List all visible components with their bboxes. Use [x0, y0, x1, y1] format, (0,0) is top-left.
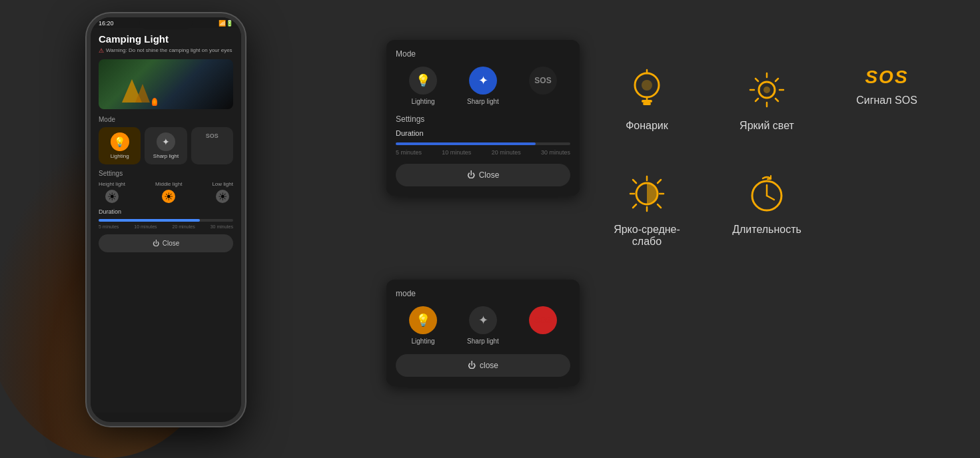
- panel-bottom-sharplight[interactable]: ✦ Sharp light: [456, 306, 510, 345]
- phone-notch: [139, 17, 193, 29]
- sos-label: Сигнал SOS: [856, 95, 917, 107]
- panel-top-sos-circle: SOS: [529, 67, 557, 95]
- panel-bottom-mode-title: mode: [396, 289, 570, 298]
- panel-bottom-mode-row: 💡 Lighting ✦ Sharp light SOS: [396, 306, 570, 345]
- phone-middle-label: Middle light: [155, 181, 182, 187]
- panel-bottom-sos[interactable]: SOS: [516, 306, 570, 345]
- tick-30: 30 minutes: [211, 224, 233, 229]
- svg-point-5: [642, 80, 652, 91]
- phone-duration-fill: [99, 219, 200, 222]
- svg-line-12: [755, 79, 758, 81]
- panel-top-tick-10: 10 minutes: [442, 149, 471, 156]
- feature-brightness-levels: Ярко-средне-слабо: [607, 170, 687, 248]
- phone-low-label: Low light: [212, 181, 233, 187]
- phone-lighting-icon: 💡: [111, 132, 129, 151]
- duration-label: Длительность: [732, 224, 801, 236]
- panel-top-mode-row: 💡 Lighting ✦ Sharp light SOS: [396, 67, 570, 105]
- svg-line-21: [658, 180, 661, 183]
- panel-bottom-sos-circle: SOS: [529, 306, 557, 334]
- panel-bottom-close-button[interactable]: ⏻ close: [396, 354, 570, 377]
- panel-top-settings-title: Settings: [396, 114, 570, 124]
- phone-height-label: Height light: [99, 181, 125, 187]
- feature-duration: Длительность: [727, 170, 807, 248]
- phone-low-light: Low light ☀: [212, 181, 233, 203]
- tick-20: 20 minutes: [173, 224, 195, 229]
- phone-duration-slider[interactable]: [99, 219, 233, 222]
- panel-bottom-lighting[interactable]: 💡 Lighting: [396, 306, 450, 345]
- panel-bottom: mode 💡 Lighting ✦ Sharp light SOS ⏻ clos…: [386, 280, 580, 386]
- phone-close-label: Close: [163, 240, 180, 247]
- phone-sos-text: SOS: [206, 132, 219, 139]
- panel-bottom-sharplight-icon: ✦: [469, 306, 497, 334]
- panel-bottom-close-power-icon: ⏻: [468, 361, 476, 370]
- panel-top: Mode 💡 Lighting ✦ Sharp light SOS Settin…: [386, 40, 580, 196]
- panel-top-sharplight-icon: ✦: [469, 67, 497, 95]
- panel-top-slider[interactable]: [396, 142, 570, 145]
- phone-height-light: Height light ☀: [99, 181, 125, 203]
- panel-top-lighting[interactable]: 💡 Lighting: [396, 67, 450, 105]
- phone-height-dot: ☀: [105, 190, 119, 203]
- tick-5: 5 minutes: [99, 224, 119, 229]
- panel-bottom-sos-text: SOS: [534, 316, 551, 325]
- panel-top-close-button[interactable]: ⏻ Close: [396, 164, 570, 186]
- panel-top-tick-20: 20 minutes: [492, 149, 521, 156]
- brightness-levels-label: Ярко-средне-слабо: [607, 224, 687, 248]
- feature-bright: Яркий свет: [727, 67, 807, 144]
- bright-label: Яркий свет: [739, 120, 794, 132]
- panel-top-duration-label: Duration: [396, 129, 570, 137]
- phone-mode-sos[interactable]: SOS: [191, 127, 233, 164]
- svg-line-15: [755, 99, 758, 101]
- svg-line-14: [775, 79, 778, 81]
- campfire: [152, 98, 157, 106]
- svg-line-27: [767, 196, 774, 200]
- panel-top-tick-30: 30 minutes: [541, 149, 570, 156]
- panel-bottom-lighting-label: Lighting: [411, 338, 434, 345]
- phone-settings-section: Settings Height light ☀ Middle light ☀ L…: [99, 170, 233, 203]
- camping-title: Camping Light: [99, 33, 233, 45]
- svg-point-7: [763, 87, 770, 93]
- phone-mode-section: Mode 💡 Lighting ✦ Sharp light SOS: [99, 116, 233, 164]
- phone-settings-label: Settings: [99, 170, 233, 177]
- camping-image: [99, 59, 233, 109]
- flashlight-label: Фонарик: [626, 120, 668, 132]
- panel-top-sharplight[interactable]: ✦ Sharp light: [456, 67, 510, 105]
- panel-top-sos-text: SOS: [534, 76, 551, 85]
- panel-top-tick-5: 5 minutes: [396, 149, 422, 156]
- panel-top-sharplight-label: Sharp light: [467, 98, 499, 105]
- sun-icon: [743, 67, 790, 113]
- sos-badge: SOS: [865, 67, 908, 88]
- phone-mode-lighting[interactable]: 💡 Lighting: [99, 127, 141, 164]
- phone-light-levels: Height light ☀ Middle light ☀ Low light …: [99, 181, 233, 203]
- panel-top-lighting-label: Lighting: [411, 98, 434, 105]
- panel-bottom-sharplight-label: Sharp light: [467, 338, 499, 345]
- svg-rect-3: [642, 100, 652, 103]
- svg-line-18: [633, 180, 636, 183]
- phone-sharplight-icon: ✦: [157, 132, 175, 151]
- panel-top-sos[interactable]: SOS: [516, 67, 570, 105]
- phone-low-dot: ☀: [216, 190, 229, 203]
- panel-top-close-label: Close: [479, 170, 500, 180]
- svg-line-13: [775, 99, 778, 101]
- clock-icon: [743, 170, 790, 217]
- phone-duration-label: Duration: [99, 208, 233, 215]
- phone-sharplight-label: Sharp light: [153, 153, 179, 159]
- camping-warning: ⚠ Warning: Do not shine the camping ligh…: [99, 47, 233, 54]
- phone-middle-light: Middle light ☀: [155, 181, 182, 203]
- panel-bottom-lighting-icon: 💡: [409, 306, 437, 334]
- panel-top-lighting-icon: 💡: [409, 67, 437, 95]
- phone-duration-ticks: 5 minutes 10 minutes 20 minutes 30 minut…: [99, 224, 233, 229]
- phone-close-button[interactable]: ⏻ Close: [99, 234, 233, 252]
- panel-top-slider-fill: [396, 142, 536, 145]
- phone-middle-dot: ☀: [162, 190, 175, 203]
- phone-mode-label: Mode: [99, 116, 233, 123]
- phone-close-power-icon: ⏻: [153, 240, 159, 247]
- panel-top-close-power-icon: ⏻: [467, 170, 475, 180]
- status-time: 16:20: [99, 20, 114, 27]
- phone-body: 16:20 📶🔋 Camping Light ⚠ Warning: Do not…: [87, 13, 245, 426]
- svg-rect-4: [643, 103, 651, 105]
- svg-line-19: [633, 204, 636, 208]
- phone-lighting-label: Lighting: [111, 153, 129, 159]
- phone-mode-sharplight[interactable]: ✦ Sharp light: [145, 127, 187, 164]
- status-icons: 📶🔋: [219, 20, 233, 27]
- half-sun-icon: [624, 170, 670, 217]
